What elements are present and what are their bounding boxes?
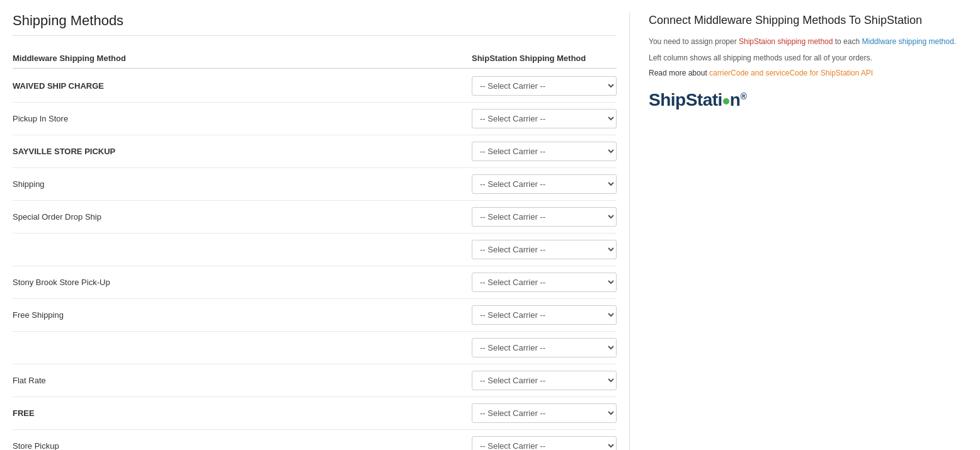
carrier-select-wrapper: -- Select Carrier --	[472, 371, 617, 390]
carrier-select-wrapper: -- Select Carrier --	[472, 403, 617, 423]
logo-dot	[723, 98, 729, 104]
middleware-name: SAYVILLE STORE PICKUP	[13, 147, 472, 156]
table-row: FREE-- Select Carrier --	[13, 397, 617, 430]
middleware-name: Stony Brook Store Pick-Up	[13, 278, 472, 287]
carrier-select-wrapper: -- Select Carrier --	[472, 305, 617, 325]
link-prefix: Read more about	[649, 69, 709, 77]
middleware-name: WAIVED SHIP CHARGE	[13, 81, 472, 91]
table-row: Stony Brook Store Pick-Up-- Select Carri…	[13, 266, 617, 299]
carrier-select[interactable]: -- Select Carrier --	[472, 109, 617, 128]
page-container: Shipping Methods Middleware Shipping Met…	[0, 0, 980, 450]
shipping-rows-container: WAIVED SHIP CHARGE-- Select Carrier --Pi…	[13, 70, 617, 450]
logo-text: ShipStatin®	[649, 90, 746, 110]
sidebar-link-container: Read more about carrierCode and serviceC…	[649, 69, 957, 77]
carrier-select[interactable]: -- Select Carrier --	[472, 371, 617, 390]
carrier-select-wrapper: -- Select Carrier --	[472, 436, 617, 450]
sidebar-desc1: You need to assign proper ShipStaion shi…	[649, 36, 957, 47]
col-shipstation-header: ShipStation Shipping Method	[472, 53, 617, 63]
shipstation-logo: ShipStatin®	[649, 90, 957, 110]
column-headers: Middleware Shipping Method ShipStation S…	[13, 48, 617, 69]
middleware-name: Flat Rate	[13, 376, 472, 385]
desc1-part3: .	[954, 37, 956, 46]
table-row: Flat Rate-- Select Carrier --	[13, 364, 617, 397]
col-middleware-header: Middleware Shipping Method	[13, 53, 472, 63]
carrier-select[interactable]: -- Select Carrier --	[472, 338, 617, 357]
carrier-select-wrapper: -- Select Carrier --	[472, 109, 617, 128]
desc1-highlight1: ShipStaion shipping method	[739, 37, 833, 46]
table-row: Pickup In Store-- Select Carrier --	[13, 103, 617, 135]
table-row: -- Select Carrier --	[13, 332, 617, 364]
table-row: -- Select Carrier --	[13, 233, 617, 266]
carrier-select-wrapper: -- Select Carrier --	[472, 207, 617, 227]
sidebar-desc2: Left column shows all shipping methods u…	[649, 52, 957, 64]
carrier-select-wrapper: -- Select Carrier --	[472, 174, 617, 194]
desc1-part2: to each	[833, 37, 862, 46]
table-row: Store Pickup-- Select Carrier --	[13, 430, 617, 450]
table-row: Free Shipping-- Select Carrier --	[13, 299, 617, 332]
carrier-select[interactable]: -- Select Carrier --	[472, 273, 617, 292]
middleware-name: Shipping	[13, 179, 472, 189]
carrier-select-wrapper: -- Select Carrier --	[472, 76, 617, 96]
carrier-select[interactable]: -- Select Carrier --	[472, 240, 617, 259]
page-title: Shipping Methods	[13, 13, 617, 36]
middleware-name: FREE	[13, 408, 472, 418]
carrier-select[interactable]: -- Select Carrier --	[472, 305, 617, 325]
carrier-select[interactable]: -- Select Carrier --	[472, 436, 617, 450]
carrier-select-wrapper: -- Select Carrier --	[472, 240, 617, 259]
carrier-select[interactable]: -- Select Carrier --	[472, 174, 617, 194]
logo-trademark: ®	[740, 91, 746, 101]
table-row: WAIVED SHIP CHARGE-- Select Carrier --	[13, 70, 617, 103]
main-section: Shipping Methods Middleware Shipping Met…	[13, 13, 630, 450]
carrier-select-wrapper: -- Select Carrier --	[472, 273, 617, 292]
middleware-name: Free Shipping	[13, 310, 472, 320]
logo-part3: n	[730, 90, 741, 110]
sidebar-title: Connect Middleware Shipping Methods To S…	[649, 13, 957, 28]
table-row: Shipping-- Select Carrier --	[13, 168, 617, 201]
sidebar-section: Connect Middleware Shipping Methods To S…	[630, 13, 957, 450]
carrier-select[interactable]: -- Select Carrier --	[472, 76, 617, 96]
middleware-name: Special Order Drop Ship	[13, 212, 472, 222]
desc1-highlight2: Middlware shipping method	[862, 37, 954, 46]
desc1-part1: You need to assign proper	[649, 37, 739, 46]
carrier-code-link[interactable]: carrierCode and serviceCode for ShipStat…	[709, 69, 873, 77]
table-row: SAYVILLE STORE PICKUP-- Select Carrier -…	[13, 135, 617, 168]
middleware-name: Pickup In Store	[13, 114, 472, 123]
carrier-select-wrapper: -- Select Carrier --	[472, 142, 617, 161]
carrier-select[interactable]: -- Select Carrier --	[472, 142, 617, 161]
carrier-select[interactable]: -- Select Carrier --	[472, 207, 617, 227]
table-row: Special Order Drop Ship-- Select Carrier…	[13, 201, 617, 233]
carrier-select[interactable]: -- Select Carrier --	[472, 403, 617, 423]
logo-part2: Stati	[686, 90, 722, 110]
middleware-name: Store Pickup	[13, 441, 472, 450]
carrier-select-wrapper: -- Select Carrier --	[472, 338, 617, 357]
logo-part1: Ship	[649, 90, 686, 110]
